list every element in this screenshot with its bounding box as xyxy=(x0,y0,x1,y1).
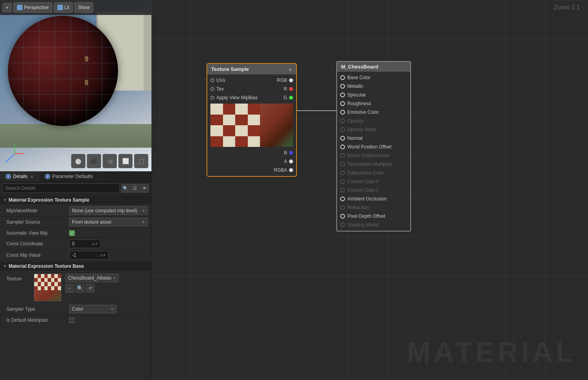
pin-r-circle[interactable] xyxy=(289,87,293,91)
mat-pin-subsurface: Subsurface Color xyxy=(337,169,410,177)
texture-reset-button[interactable]: ↺ xyxy=(86,284,94,293)
mat-pin-custom0-circle[interactable] xyxy=(340,179,345,184)
mat-pin-metallic-circle[interactable] xyxy=(340,84,345,89)
section-texture-base[interactable]: ▼ Material Expression Texture Base xyxy=(0,261,151,271)
material-node-body: Base Color Metallic Specular Roughness E… xyxy=(337,72,410,231)
pin-b-circle[interactable] xyxy=(289,151,293,155)
sampler-type-dropdown[interactable]: Color ▼ xyxy=(69,305,116,313)
section-texture-sample[interactable]: ▼ Material Expression Texture Sample xyxy=(0,195,151,205)
preview-cylinder-btn[interactable]: ⬜ xyxy=(118,154,133,168)
pin-g-circle[interactable] xyxy=(289,96,293,100)
pin-rgb-right: RGB xyxy=(277,78,293,83)
pin-g-label: G xyxy=(284,95,287,100)
material-node-header[interactable]: M_ChessBoard xyxy=(337,62,410,72)
material-result-node[interactable]: M_ChessBoard Base Color Metallic Specula… xyxy=(336,61,411,232)
viewport-mode-dropdown[interactable]: ▼ xyxy=(2,3,12,12)
texture-name-dropdown[interactable]: ChessBoard_Albedo ▼ xyxy=(65,274,119,282)
details-tab-label: Details xyxy=(13,174,28,179)
mat-pin-normal-circle[interactable] xyxy=(340,136,345,141)
mip-value-mode-value: None (use computed mip level) ▼ xyxy=(69,206,148,215)
pin-apply-circle[interactable] xyxy=(210,96,214,100)
mat-pin-pixel-depth-circle[interactable] xyxy=(340,214,345,219)
details-tab-icon: i xyxy=(6,174,11,179)
mat-pin-opacity-mask-circle[interactable] xyxy=(340,127,345,132)
pin-row-b: B xyxy=(207,148,296,157)
material-node-title: M_ChessBoard xyxy=(341,64,378,70)
texture-back-button[interactable]: ← xyxy=(65,284,74,293)
mat-pin-refraction-label: Refraction xyxy=(347,205,369,210)
sampler-source-value: From texture asset ▼ xyxy=(69,218,148,226)
show-button[interactable]: Show xyxy=(74,2,93,13)
const-mip-input[interactable]: -1 ▲▼ xyxy=(69,251,109,260)
mat-pin-opacity-mask: Opacity Mask xyxy=(337,125,410,134)
preview-chess-pattern xyxy=(210,104,260,147)
mat-pin-custom0-label: Custom Data 0 xyxy=(347,179,379,184)
perspective-button[interactable]: Perspective xyxy=(13,2,52,13)
mat-pin-shading-circle[interactable] xyxy=(340,222,345,227)
sampler-source-dropdown[interactable]: From texture asset ▼ xyxy=(69,218,148,226)
mat-pin-shading: Shading Model xyxy=(337,221,410,229)
details-tab-close[interactable]: ✕ xyxy=(30,174,33,179)
node-collapse-icon[interactable]: ▲ xyxy=(288,67,292,71)
lit-button[interactable]: Lit xyxy=(54,2,73,13)
search-input[interactable] xyxy=(2,184,120,193)
pin-tex-circle[interactable] xyxy=(210,87,214,91)
perspective-label: Perspective xyxy=(24,5,49,10)
mat-pin-metallic: Metallic xyxy=(337,82,410,91)
mat-pin-roughness-circle[interactable] xyxy=(340,101,345,106)
mip-value-mode-dropdown[interactable]: None (use computed mip level) ▼ xyxy=(69,206,148,215)
const-coord-stepper: ▲▼ xyxy=(92,242,98,246)
pin-a-circle[interactable] xyxy=(289,159,293,163)
sampler-type-arrow: ▼ xyxy=(111,308,114,311)
mat-pin-world-disp-circle[interactable] xyxy=(340,153,345,158)
pin-apply-left: Apply View MipBias xyxy=(210,95,258,100)
pin-rgb-circle[interactable] xyxy=(289,78,293,82)
mat-pin-tessellation-circle[interactable] xyxy=(340,162,345,167)
texture-sample-node-header[interactable]: Texture Sample ▲ xyxy=(207,64,296,74)
texture-sample-body: UVs RGB Tex R xyxy=(207,74,296,176)
mat-pin-base-color-circle[interactable] xyxy=(340,75,345,80)
is-default-label: Is Default Meshpain xyxy=(6,317,69,323)
texture-controls: ChessBoard_Albedo ▼ ← 🔍 ↺ xyxy=(65,274,148,293)
mat-pin-specular-circle[interactable] xyxy=(340,93,345,97)
mat-pin-world-pos-circle[interactable] xyxy=(340,145,345,149)
zoom-label: Zoom 1:1 xyxy=(553,4,580,11)
filter-button[interactable]: 👁 xyxy=(140,184,149,193)
mat-pin-ao-circle[interactable] xyxy=(340,196,345,201)
pin-row-uvs: UVs RGB xyxy=(207,76,296,85)
sampler-source-label: Sampler Source xyxy=(6,219,69,225)
sampler-source-text: From texture asset xyxy=(72,219,111,225)
search-button[interactable]: 🔍 xyxy=(121,184,130,193)
is-default-meshpaint-row: Is Default Meshpain xyxy=(0,315,151,325)
const-coord-input[interactable]: 0 ▲▼ xyxy=(69,239,101,248)
left-panel: 9 8 ▼ Perspective Lit Show ⬤ ⬛ ◁ xyxy=(0,0,151,380)
auto-view-mip-value xyxy=(69,230,148,236)
texture-search-button[interactable]: 🔍 xyxy=(76,284,84,293)
tab-parameter-defaults[interactable]: i Parameter Defaults xyxy=(39,171,99,182)
is-default-checkbox[interactable] xyxy=(69,317,75,323)
tab-details[interactable]: i Details ✕ xyxy=(0,171,39,182)
preview-left-btn[interactable]: ◁ xyxy=(103,154,117,168)
mat-pin-custom1-circle[interactable] xyxy=(340,188,345,193)
texture-sample-node[interactable]: Texture Sample ▲ UVs RGB Tex xyxy=(206,63,297,177)
preview-scene-btn[interactable]: ⬚ xyxy=(134,154,148,168)
mat-pin-specular-label: Specular xyxy=(347,92,366,98)
details-content[interactable]: ▼ Material Expression Texture Sample Mip… xyxy=(0,195,151,380)
mat-pin-tessellation-label: Tessellation Multiplier xyxy=(347,161,392,167)
list-view-button[interactable]: ☰ xyxy=(131,184,139,193)
pin-rgba-circle[interactable] xyxy=(289,168,293,172)
mat-pin-emissive-circle[interactable] xyxy=(340,110,345,115)
preview-plane-btn[interactable]: ⬛ xyxy=(87,154,101,168)
texture-thumbnail xyxy=(34,274,61,301)
pin-uvs-circle[interactable] xyxy=(210,78,214,82)
mat-pin-subsurface-circle[interactable] xyxy=(340,171,345,175)
sampler-source-arrow: ▼ xyxy=(142,221,145,224)
preview-sphere-btn[interactable]: ⬤ xyxy=(71,154,85,168)
auto-view-mip-checkbox[interactable] xyxy=(69,230,75,236)
viewport-toolbar: ▼ Perspective Lit Show xyxy=(0,0,151,15)
mat-pin-opacity-circle[interactable] xyxy=(340,119,345,123)
material-graph[interactable]: Zoom 1:1 Texture Sample ▲ UVs RGB xyxy=(151,0,588,380)
texture-name-text: ChessBoard_Albedo xyxy=(68,275,111,281)
mip-dropdown-arrow: ▼ xyxy=(142,209,145,213)
mat-pin-refraction-circle[interactable] xyxy=(340,205,345,210)
